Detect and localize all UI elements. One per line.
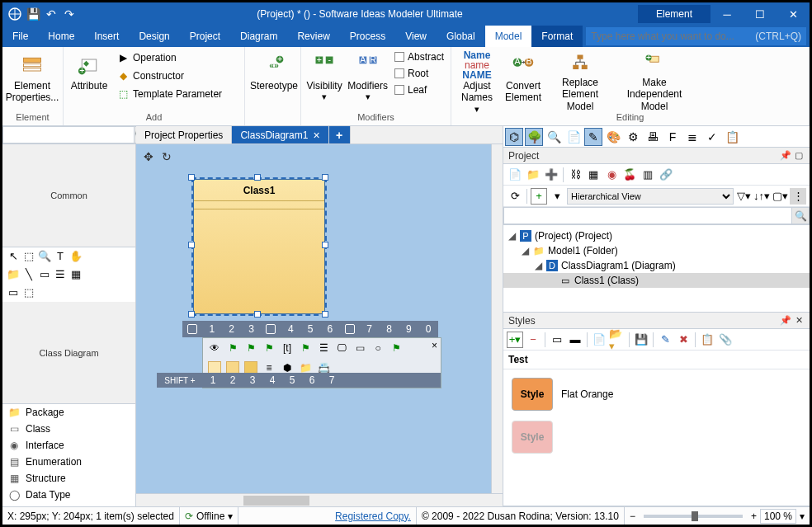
rb-edit-icon[interactable]: ✎ — [584, 128, 602, 146]
proj-view-icon[interactable]: ▢▾ — [772, 188, 788, 205]
zoom-in-icon[interactable]: + — [751, 511, 757, 522]
label-tool[interactable]: ▭ — [38, 268, 51, 281]
zoom-out-icon[interactable]: − — [630, 511, 635, 522]
style-clip-icon[interactable]: 📎 — [717, 332, 734, 348]
tree-diagram[interactable]: ◢DClassDiagram1 (Diagram) — [503, 258, 810, 273]
proj-filter-icon[interactable]: ▽▾ — [735, 188, 752, 205]
style-save-icon[interactable]: 💾 — [633, 332, 649, 348]
rb-palette-icon[interactable]: 🎨 — [604, 128, 622, 146]
registered-link[interactable]: Registered Copy. — [335, 511, 411, 522]
note-tool[interactable]: ▭ — [7, 286, 20, 299]
resize-handle-tl[interactable] — [188, 174, 195, 181]
adjust-names-button[interactable]: NamenameNAME Adjust Names ▾ — [455, 49, 499, 108]
pop-flag4-icon[interactable]: ⚑ — [299, 341, 312, 355]
panel-close-icon[interactable]: ▢ — [793, 150, 805, 162]
modifiers-button[interactable]: AR Modifiers ▾ — [346, 49, 389, 108]
view-select[interactable]: Hierarchical View — [567, 188, 734, 205]
menu-file[interactable]: File — [2, 26, 38, 47]
cat-class[interactable]: ▭Class — [2, 421, 135, 437]
zoom-dropdown-icon[interactable]: ▾ — [800, 511, 805, 522]
menu-insert[interactable]: Insert — [84, 26, 129, 47]
tree-model[interactable]: ◢📁Model1 (Folder) — [503, 243, 810, 258]
style-new-icon[interactable]: 📄 — [591, 332, 607, 348]
convert-element-button[interactable]: AB Convert Element — [501, 49, 545, 108]
proj-more-icon[interactable]: ⋮ — [790, 188, 806, 205]
pointer-tool[interactable]: ↖ — [7, 250, 20, 263]
resize-handle-mr[interactable] — [322, 242, 328, 248]
undo-icon[interactable]: ↶ — [44, 7, 59, 21]
pop-screen-icon[interactable]: 🖵 — [335, 341, 348, 355]
toolbox-search-input[interactable] — [2, 126, 134, 144]
attribute-button[interactable]: + Attribute — [67, 49, 111, 108]
cat-structure[interactable]: ▦Structure — [2, 470, 135, 487]
rb-search-icon[interactable]: 🔍 — [545, 128, 563, 146]
style-apply1-icon[interactable]: ▭ — [549, 332, 565, 348]
pop-type-icon[interactable]: [t] — [281, 341, 294, 355]
pin-icon[interactable]: 📌 — [780, 150, 791, 162]
resize-handle-br[interactable] — [322, 311, 328, 318]
menu-process[interactable]: Process — [340, 26, 395, 47]
style-copy-icon[interactable]: 📋 — [699, 332, 715, 348]
style-add-icon[interactable]: +▾ — [507, 332, 523, 348]
proj-refresh-icon[interactable]: ⟳ — [507, 188, 523, 205]
abstract-checkbox[interactable]: Abstract — [391, 49, 447, 65]
proj-new-icon[interactable]: 📄 — [507, 167, 523, 183]
lasso-tool[interactable]: ⬚ — [22, 250, 35, 263]
style-flat-red[interactable]: Style — [507, 416, 806, 459]
proj-hier-icon[interactable]: ⛓ — [567, 167, 583, 183]
vscrollbar[interactable] — [491, 144, 503, 493]
style-open-icon[interactable]: 📂▾ — [609, 332, 626, 348]
class-element[interactable]: Class1 — [193, 179, 325, 314]
cat-package[interactable]: 📁Package — [2, 404, 135, 421]
styles-close-icon[interactable]: ✕ — [793, 315, 805, 327]
list-tool[interactable]: ☰ — [54, 268, 67, 281]
proj-cherry-icon[interactable]: 🍒 — [621, 167, 638, 183]
cat-datatype[interactable]: ◯Data Type — [2, 487, 135, 503]
element-properties-button[interactable]: Element Properties... — [6, 49, 59, 108]
replace-element-model-button[interactable]: Replace Element Model — [547, 49, 613, 108]
minimize-button[interactable]: ─ — [710, 2, 744, 26]
leaf-checkbox[interactable]: Leaf — [391, 82, 447, 98]
project-search-icon[interactable]: 🔍 — [791, 207, 810, 224]
resize-handle-tm[interactable] — [254, 174, 261, 181]
proj-sort-icon[interactable]: ↓↑▾ — [753, 188, 770, 205]
pop-flag1-icon[interactable]: ⚑ — [226, 341, 239, 355]
proj-plus-icon[interactable]: + — [531, 188, 547, 205]
move-icon[interactable]: ✥ — [141, 149, 156, 164]
proj-folder-icon[interactable]: 📁 — [525, 167, 541, 183]
close-button[interactable]: ✕ — [777, 2, 810, 26]
rb-tree-icon[interactable]: 🌳 — [525, 128, 543, 146]
proj-add-icon[interactable]: ➕ — [543, 167, 559, 183]
pop-flag2-icon[interactable]: ⚑ — [244, 341, 257, 355]
style-minus-icon[interactable]: − — [525, 332, 541, 348]
project-search-input[interactable] — [503, 207, 791, 224]
zoom-slider[interactable] — [644, 515, 743, 518]
line-tool[interactable]: ╲ — [22, 268, 35, 281]
grid-tool[interactable]: ▦ — [69, 268, 83, 281]
stereotype-button[interactable]: «»+ Stereotype — [248, 49, 300, 108]
menu-diagram[interactable]: Diagram — [230, 26, 287, 47]
rb-check-icon[interactable]: ✓ — [703, 128, 721, 146]
rb-gear-icon[interactable]: ⚙ — [624, 128, 642, 146]
hscrollbar[interactable] — [136, 493, 503, 506]
root-checkbox[interactable]: Root — [391, 65, 447, 82]
menu-review[interactable]: Review — [287, 26, 339, 47]
styles-pin-icon[interactable]: 📌 — [780, 315, 791, 327]
maximize-button[interactable]: ☐ — [744, 2, 777, 26]
hand-tool[interactable]: ✋ — [69, 250, 83, 263]
proj-bars-icon[interactable]: ▥ — [640, 167, 656, 183]
menu-home[interactable]: Home — [38, 26, 84, 47]
resize-handle-bm[interactable] — [254, 311, 261, 318]
visibility-button[interactable]: +- Visibility ▾ — [304, 49, 344, 108]
zoom-value[interactable]: 100 % — [760, 509, 796, 524]
pop-list-icon[interactable]: ☰ — [317, 341, 330, 355]
menu-view[interactable]: View — [395, 26, 437, 47]
tab-classdiagram1[interactable]: ClassDiagram1× — [232, 126, 328, 144]
rb-clipboard-icon[interactable]: 📋 — [723, 128, 741, 146]
app-icon[interactable] — [7, 7, 22, 21]
operation-button[interactable]: ▶Operation — [113, 49, 225, 67]
pop-circle-icon[interactable]: ○ — [371, 341, 385, 355]
rb-layers-icon[interactable]: ≣ — [683, 128, 701, 146]
pop-rect-icon[interactable]: ▭ — [353, 341, 366, 355]
cat-enumeration[interactable]: ▤Enumeration — [2, 454, 135, 470]
